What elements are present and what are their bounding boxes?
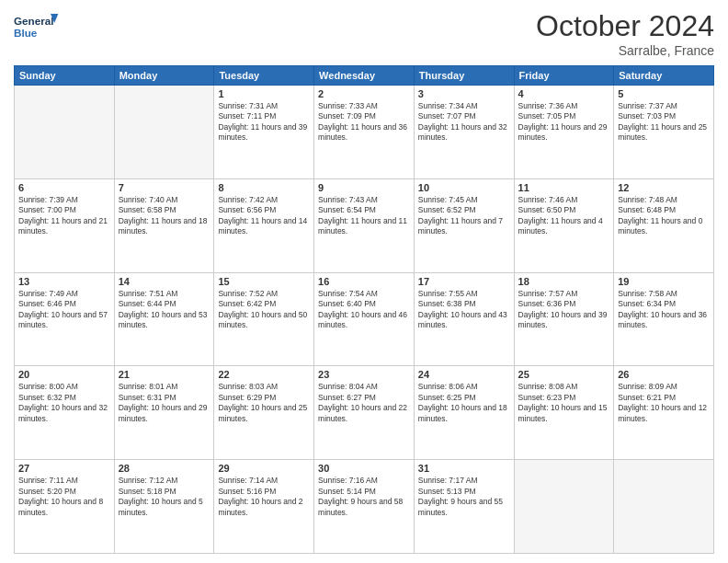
calendar-cell: 29Sunrise: 7:14 AMSunset: 5:16 PMDayligh…	[214, 460, 314, 554]
cell-info: Sunrise: 7:31 AMSunset: 7:11 PMDaylight:…	[218, 101, 310, 144]
calendar-cell: 11Sunrise: 7:46 AMSunset: 6:50 PMDayligh…	[514, 178, 614, 272]
calendar-cell: 5Sunrise: 7:37 AMSunset: 7:03 PMDaylight…	[614, 86, 714, 179]
day-number: 10	[418, 182, 510, 193]
weekday-header-saturday: Saturday	[614, 66, 714, 86]
cell-info: Sunrise: 7:58 AMSunset: 6:34 PMDaylight:…	[618, 289, 710, 331]
day-number: 18	[518, 276, 610, 287]
cell-info: Sunrise: 7:52 AMSunset: 6:42 PMDaylight:…	[218, 289, 310, 331]
cell-info: Sunrise: 8:04 AMSunset: 6:27 PMDaylight:…	[318, 382, 410, 424]
day-number: 16	[318, 276, 410, 287]
cell-info: Sunrise: 7:54 AMSunset: 6:40 PMDaylight:…	[318, 289, 410, 331]
day-number: 11	[518, 182, 610, 193]
cell-info: Sunrise: 7:42 AMSunset: 6:56 PMDaylight:…	[218, 195, 310, 237]
calendar-cell: 30Sunrise: 7:16 AMSunset: 5:14 PMDayligh…	[314, 460, 415, 554]
cell-info: Sunrise: 7:11 AMSunset: 5:20 PMDaylight:…	[18, 476, 110, 518]
week-row-4: 27Sunrise: 7:11 AMSunset: 5:20 PMDayligh…	[15, 460, 714, 554]
calendar-cell: 17Sunrise: 7:55 AMSunset: 6:38 PMDayligh…	[414, 272, 514, 366]
weekday-header-monday: Monday	[114, 66, 214, 86]
day-number: 13	[18, 276, 110, 287]
day-number: 26	[618, 369, 710, 380]
day-number: 2	[318, 88, 410, 99]
week-row-3: 20Sunrise: 8:00 AMSunset: 6:32 PMDayligh…	[15, 366, 714, 460]
calendar-cell: 10Sunrise: 7:45 AMSunset: 6:52 PMDayligh…	[414, 178, 514, 272]
day-number: 24	[418, 369, 510, 380]
cell-info: Sunrise: 7:36 AMSunset: 7:05 PMDaylight:…	[518, 101, 610, 144]
calendar-cell: 14Sunrise: 7:51 AMSunset: 6:44 PMDayligh…	[114, 272, 214, 366]
calendar-cell: 15Sunrise: 7:52 AMSunset: 6:42 PMDayligh…	[214, 272, 314, 366]
calendar-cell	[114, 86, 214, 179]
cell-info: Sunrise: 7:43 AMSunset: 6:54 PMDaylight:…	[318, 195, 410, 237]
cell-info: Sunrise: 8:01 AMSunset: 6:31 PMDaylight:…	[119, 382, 210, 424]
day-number: 12	[618, 182, 710, 193]
cell-info: Sunrise: 7:48 AMSunset: 6:48 PMDaylight:…	[618, 195, 710, 237]
day-number: 31	[418, 463, 510, 474]
logo-svg: General Blue	[14, 9, 60, 46]
weekday-header-wednesday: Wednesday	[314, 66, 415, 86]
day-number: 22	[218, 369, 310, 380]
day-number: 25	[518, 369, 610, 380]
cell-info: Sunrise: 7:17 AMSunset: 5:13 PMDaylight:…	[418, 476, 510, 518]
calendar-cell: 1Sunrise: 7:31 AMSunset: 7:11 PMDaylight…	[214, 86, 314, 179]
calendar-cell: 4Sunrise: 7:36 AMSunset: 7:05 PMDaylight…	[514, 86, 614, 179]
cell-info: Sunrise: 7:40 AMSunset: 6:58 PMDaylight:…	[119, 195, 210, 237]
week-row-1: 6Sunrise: 7:39 AMSunset: 7:00 PMDaylight…	[15, 178, 714, 272]
cell-info: Sunrise: 7:16 AMSunset: 5:14 PMDaylight:…	[318, 476, 410, 518]
cell-info: Sunrise: 8:03 AMSunset: 6:29 PMDaylight:…	[218, 382, 310, 424]
day-number: 23	[318, 369, 410, 380]
cell-info: Sunrise: 7:46 AMSunset: 6:50 PMDaylight:…	[518, 195, 610, 237]
cell-info: Sunrise: 7:14 AMSunset: 5:16 PMDaylight:…	[218, 476, 310, 518]
day-number: 3	[418, 88, 510, 99]
day-number: 8	[218, 182, 310, 193]
day-number: 7	[119, 182, 210, 193]
logo: General Blue	[14, 9, 60, 46]
day-number: 5	[618, 88, 710, 99]
cell-info: Sunrise: 8:09 AMSunset: 6:21 PMDaylight:…	[618, 382, 710, 424]
calendar-cell: 12Sunrise: 7:48 AMSunset: 6:48 PMDayligh…	[614, 178, 714, 272]
calendar-cell: 8Sunrise: 7:42 AMSunset: 6:56 PMDaylight…	[214, 178, 314, 272]
location: Sarralbe, France	[536, 43, 714, 58]
calendar-header-row: SundayMondayTuesdayWednesdayThursdayFrid…	[15, 66, 714, 86]
svg-text:General: General	[14, 15, 53, 27]
month-title: October 2024	[536, 9, 714, 43]
cell-info: Sunrise: 7:12 AMSunset: 5:18 PMDaylight:…	[119, 476, 210, 518]
calendar-cell: 20Sunrise: 8:00 AMSunset: 6:32 PMDayligh…	[15, 366, 115, 460]
day-number: 21	[119, 369, 210, 380]
cell-info: Sunrise: 7:39 AMSunset: 7:00 PMDaylight:…	[18, 195, 110, 237]
page: General Blue October 2024 Sarralbe, Fran…	[0, 0, 728, 563]
calendar-cell: 16Sunrise: 7:54 AMSunset: 6:40 PMDayligh…	[314, 272, 415, 366]
weekday-header-sunday: Sunday	[15, 66, 115, 86]
day-number: 19	[618, 276, 710, 287]
day-number: 17	[418, 276, 510, 287]
day-number: 28	[119, 463, 210, 474]
title-area: October 2024 Sarralbe, France	[536, 9, 714, 58]
calendar-cell: 23Sunrise: 8:04 AMSunset: 6:27 PMDayligh…	[314, 366, 415, 460]
cell-info: Sunrise: 7:57 AMSunset: 6:36 PMDaylight:…	[518, 289, 610, 331]
day-number: 29	[218, 463, 310, 474]
calendar: SundayMondayTuesdayWednesdayThursdayFrid…	[14, 65, 714, 554]
calendar-cell: 18Sunrise: 7:57 AMSunset: 6:36 PMDayligh…	[514, 272, 614, 366]
weekday-header-friday: Friday	[514, 66, 614, 86]
day-number: 20	[18, 369, 110, 380]
cell-info: Sunrise: 8:00 AMSunset: 6:32 PMDaylight:…	[18, 382, 110, 424]
calendar-cell: 27Sunrise: 7:11 AMSunset: 5:20 PMDayligh…	[15, 460, 115, 554]
calendar-cell: 22Sunrise: 8:03 AMSunset: 6:29 PMDayligh…	[214, 366, 314, 460]
calendar-cell: 13Sunrise: 7:49 AMSunset: 6:46 PMDayligh…	[15, 272, 115, 366]
calendar-cell: 6Sunrise: 7:39 AMSunset: 7:00 PMDaylight…	[15, 178, 115, 272]
day-number: 27	[18, 463, 110, 474]
svg-text:Blue: Blue	[14, 27, 38, 39]
calendar-cell: 2Sunrise: 7:33 AMSunset: 7:09 PMDaylight…	[314, 86, 415, 179]
cell-info: Sunrise: 7:49 AMSunset: 6:46 PMDaylight:…	[18, 289, 110, 331]
calendar-cell	[514, 460, 614, 554]
calendar-cell	[614, 460, 714, 554]
day-number: 14	[119, 276, 210, 287]
header: General Blue October 2024 Sarralbe, Fran…	[14, 9, 714, 58]
day-number: 4	[518, 88, 610, 99]
calendar-cell: 31Sunrise: 7:17 AMSunset: 5:13 PMDayligh…	[414, 460, 514, 554]
cell-info: Sunrise: 7:51 AMSunset: 6:44 PMDaylight:…	[119, 289, 210, 331]
day-number: 6	[18, 182, 110, 193]
calendar-cell: 3Sunrise: 7:34 AMSunset: 7:07 PMDaylight…	[414, 86, 514, 179]
weekday-header-tuesday: Tuesday	[214, 66, 314, 86]
cell-info: Sunrise: 7:45 AMSunset: 6:52 PMDaylight:…	[418, 195, 510, 237]
calendar-cell: 24Sunrise: 8:06 AMSunset: 6:25 PMDayligh…	[414, 366, 514, 460]
cell-info: Sunrise: 7:55 AMSunset: 6:38 PMDaylight:…	[418, 289, 510, 331]
